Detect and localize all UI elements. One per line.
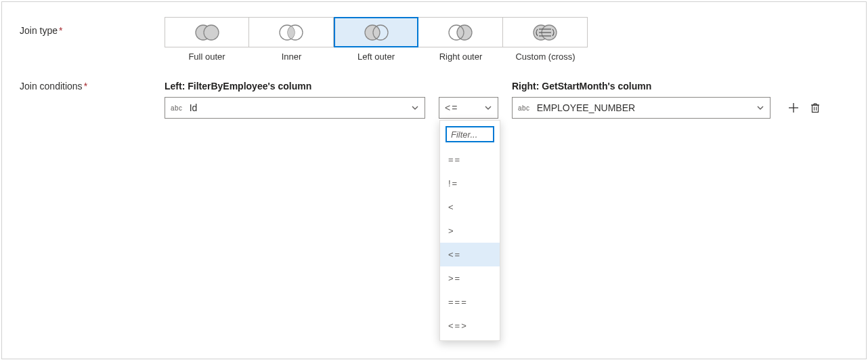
join-option-full-outer[interactable]: Full outer — [165, 17, 249, 62]
join-conditions-content: Left: FilterByEmployee's column Right: G… — [165, 81, 848, 119]
join-type-row: Join type* Full outer — [20, 17, 848, 62]
operator-option[interactable]: === — [440, 290, 500, 314]
svg-point-1 — [204, 25, 219, 40]
operator-filter-wrap — [440, 121, 500, 148]
condition-row-actions — [784, 101, 822, 115]
plus-icon — [788, 102, 799, 113]
venn-left-outer-icon — [334, 17, 418, 47]
operator-option[interactable]: <= — [440, 243, 500, 266]
operator-filter-input[interactable] — [446, 126, 494, 142]
join-option-label: Right outer — [418, 52, 503, 62]
operator-dropdown-panel: == != < > <= >= === <=> — [439, 120, 500, 341]
required-asterisk: * — [84, 81, 87, 92]
join-conditions-row: Join conditions* Left: FilterByEmployee'… — [20, 81, 848, 119]
left-column-value: Id — [190, 102, 411, 113]
operator-value: <= — [445, 102, 484, 113]
operator-column-header — [439, 81, 498, 92]
join-conditions-label: Join conditions* — [20, 81, 165, 92]
trash-icon — [810, 102, 821, 113]
join-type-label: Join type* — [20, 17, 165, 36]
svg-point-8 — [457, 25, 472, 40]
venn-full-outer-icon — [165, 17, 249, 47]
operator-option[interactable]: != — [440, 172, 500, 195]
required-asterisk: * — [59, 25, 62, 36]
left-column-header: Left: FilterByEmployee's column — [165, 81, 425, 92]
svg-point-6 — [365, 25, 380, 40]
right-column-header: Right: GetStartMonth's column — [512, 81, 848, 92]
chevron-down-icon — [484, 104, 492, 112]
join-option-right-outer[interactable]: Right outer — [418, 17, 503, 62]
join-option-label: Custom (cross) — [503, 52, 588, 62]
operator-option[interactable]: >= — [440, 266, 500, 290]
venn-right-outer-icon — [418, 17, 503, 47]
left-column-dropdown[interactable]: abc Id — [165, 97, 425, 119]
join-settings-panel: Join type* Full outer — [1, 1, 867, 359]
right-column-dropdown[interactable]: abc EMPLOYEE_NUMBER — [512, 97, 771, 119]
join-type-label-text: Join type — [20, 25, 58, 36]
operator-option[interactable]: == — [440, 148, 500, 172]
operator-dropdown[interactable]: <= == != < > <= >= — [439, 97, 498, 119]
operator-option[interactable]: <=> — [440, 314, 500, 338]
operator-option[interactable]: < — [440, 195, 500, 219]
join-option-label: Inner — [249, 52, 334, 62]
chevron-down-icon — [411, 104, 419, 112]
venn-cross-icon — [503, 17, 588, 47]
join-option-inner[interactable]: Inner — [249, 17, 334, 62]
type-chip: abc — [171, 104, 183, 112]
venn-inner-icon — [249, 17, 334, 47]
right-column-value: EMPLOYEE_NUMBER — [537, 102, 756, 113]
chevron-down-icon — [756, 104, 764, 112]
condition-column-headers: Left: FilterByEmployee's column Right: G… — [165, 81, 848, 92]
svg-rect-17 — [812, 105, 819, 113]
join-option-custom-cross[interactable]: Custom (cross) — [503, 17, 588, 62]
operator-option[interactable]: > — [440, 219, 500, 243]
join-conditions-label-text: Join conditions — [20, 81, 83, 92]
add-condition-button[interactable] — [787, 101, 800, 115]
type-chip: abc — [518, 104, 530, 112]
join-option-label: Left outer — [334, 52, 418, 62]
condition-row: abc Id <= == — [165, 97, 848, 119]
delete-condition-button[interactable] — [808, 101, 822, 115]
join-type-options: Full outer Inner — [165, 17, 848, 62]
join-option-left-outer[interactable]: Left outer — [334, 17, 418, 62]
join-option-label: Full outer — [165, 52, 249, 62]
